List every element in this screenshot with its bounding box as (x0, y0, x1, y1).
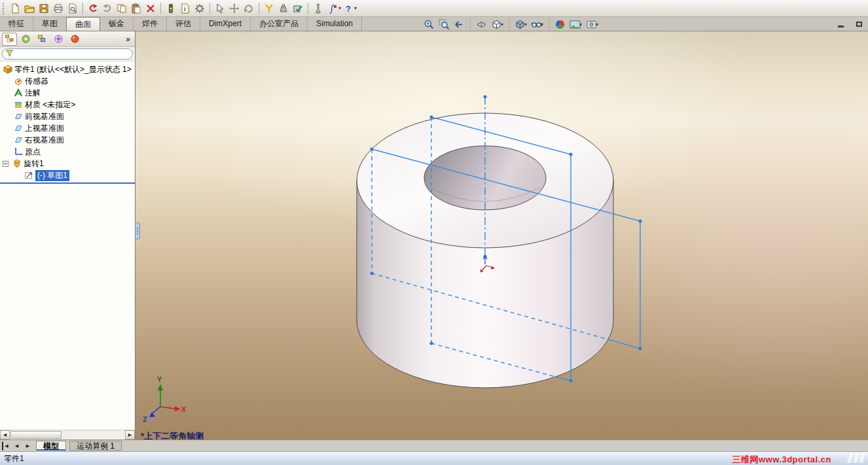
print-icon[interactable] (51, 1, 65, 16)
tree-item-front-plane[interactable]: 前视基准面 (0, 111, 135, 122)
toolbar-separator (308, 3, 308, 14)
standard-toolbar: i ∫ ▾ ? ▾ (0, 0, 868, 17)
graphics-area[interactable]: Y X Z *上下二等角轴测 (136, 31, 868, 439)
toolbar-separator (549, 18, 549, 30)
apply-scene-icon[interactable]: ▾ (568, 18, 583, 31)
minimize-button[interactable] (835, 20, 846, 29)
file-properties-icon[interactable]: i (178, 1, 192, 16)
tree-item-sketch1[interactable]: (-) 草图1 (0, 169, 135, 181)
tab-evaluate[interactable]: 评估 (167, 17, 200, 31)
propertymanager-tab[interactable] (18, 33, 33, 46)
delete-icon[interactable] (143, 1, 158, 16)
select-icon[interactable] (213, 1, 227, 16)
tree-horizontal-scrollbar[interactable]: ◀ ▶ (0, 430, 135, 439)
toolbar-separator (82, 3, 83, 14)
feature-manager-panel: » 零件1 (默认<<默认>_显示状态 1> 传感器 注解 (0, 31, 136, 439)
move-icon[interactable] (227, 1, 242, 16)
sketch-icon (24, 171, 33, 181)
tree-item-top-plane[interactable]: 上视基准面 (0, 122, 135, 134)
equations-icon[interactable]: ∫ (325, 1, 340, 16)
edit-appearance-icon[interactable] (553, 18, 567, 31)
mass-properties-icon[interactable] (276, 1, 291, 16)
material-icon (13, 100, 23, 110)
copy-icon[interactable] (115, 1, 129, 16)
tab-scroll-left-button[interactable]: ◀ (12, 441, 22, 451)
scroll-left-button[interactable]: ◀ (0, 430, 10, 439)
tree-filter-input[interactable] (16, 50, 130, 58)
featuremanager-tab[interactable] (2, 33, 17, 46)
annotations-icon (13, 88, 23, 98)
undo-icon[interactable] (86, 1, 100, 16)
tree-item-label: 材质 <未指定> (25, 99, 75, 111)
tab-office-products[interactable]: 办公室产品 (251, 17, 308, 31)
origin-icon (13, 147, 23, 157)
tree-item-revolve1[interactable]: 旋转1 (0, 158, 135, 169)
configurationmanager-tab[interactable] (35, 33, 50, 46)
measure-icon[interactable] (262, 1, 276, 16)
help-icon[interactable]: ? (341, 1, 355, 16)
zoom-fit-icon[interactable] (422, 18, 436, 31)
tree-item-origin[interactable]: 原点 (0, 146, 135, 158)
help-dropdown-arrow[interactable]: ▾ (354, 5, 357, 11)
tree-item-root[interactable]: 零件1 (默认<<默认>_显示状态 1> (0, 63, 135, 75)
new-icon[interactable] (8, 1, 22, 16)
redo-icon[interactable] (100, 1, 115, 16)
3d-viewport-canvas[interactable]: Y X Z (136, 31, 868, 439)
displaymanager-tab[interactable] (67, 33, 82, 46)
tab-features[interactable]: 特征 (0, 17, 33, 31)
plane-icon (13, 112, 23, 122)
zoom-area-icon[interactable] (437, 18, 451, 31)
watermark-text: 三维网www.3dportal.cn (732, 454, 831, 465)
dimxpertmanager-tab[interactable] (51, 33, 66, 46)
tree-item-sensors[interactable]: 传感器 (0, 75, 135, 87)
previous-view-icon[interactable] (452, 18, 466, 31)
expander-minus-icon[interactable] (3, 161, 9, 167)
svg-text:i: i (184, 6, 186, 12)
tree-item-material[interactable]: 材质 <未指定> (0, 99, 135, 111)
view-settings-icon[interactable]: ▾ (585, 18, 600, 31)
tab-sheet-metal[interactable]: 钣金 (100, 17, 134, 31)
tab-scroll-first-button[interactable]: ◀ (2, 441, 10, 451)
toolbar-grip[interactable] (3, 3, 5, 14)
toolbar-separator (209, 3, 210, 14)
simulation-icon[interactable] (311, 1, 325, 16)
tab-scroll-right-button[interactable]: ▶ (23, 441, 33, 451)
tree-item-annotations[interactable]: 注解 (0, 87, 135, 99)
feature-tree: 零件1 (默认<<默认>_显示状态 1> 传感器 注解 材质 <未指定> 前视基… (0, 61, 135, 430)
tab-sketch[interactable]: 草图 (33, 17, 67, 31)
scroll-thumb[interactable] (10, 431, 62, 439)
display-style-icon[interactable]: ▾ (513, 18, 528, 31)
section-view-icon[interactable] (475, 18, 488, 31)
save-icon[interactable] (37, 1, 51, 16)
panel-splitter[interactable] (136, 222, 140, 239)
orientation-triad: Y X Z (143, 375, 187, 423)
print-preview-icon[interactable] (65, 1, 80, 16)
solidworks-window: i ∫ ▾ ? ▾ 特征 草图 曲面 钣金 焊件 评估 DimXpert 办公室… (0, 0, 868, 465)
tree-item-label: 上视基准面 (25, 123, 64, 134)
open-icon[interactable] (22, 1, 37, 16)
panel-overflow-chevron[interactable]: » (123, 35, 133, 44)
plane-icon (13, 124, 23, 133)
view-orientation-icon[interactable]: ▾ (490, 18, 505, 31)
scroll-right-button[interactable]: ▶ (125, 430, 135, 439)
model-tab[interactable]: 模型 (36, 441, 66, 451)
tree-item-right-plane[interactable]: 右视基准面 (0, 134, 135, 146)
triad-y-label: Y (157, 375, 162, 383)
restore-button[interactable] (854, 20, 864, 29)
hide-show-items-icon[interactable]: ▾ (530, 18, 545, 31)
rollback-bar[interactable] (0, 182, 135, 184)
document-window-controls (835, 20, 864, 29)
tab-dimxpert[interactable]: DimXpert (200, 17, 251, 31)
check-icon[interactable] (291, 1, 305, 16)
options-icon[interactable] (192, 1, 207, 16)
paste-icon[interactable] (129, 1, 143, 16)
tab-simulation[interactable]: Simulation (308, 17, 362, 31)
svg-text:?: ? (346, 4, 351, 14)
tab-weldments[interactable]: 焊件 (134, 17, 167, 31)
tree-filter-box[interactable] (2, 48, 133, 60)
motion-study-tab[interactable]: 运动算例 1 (69, 441, 122, 451)
sensors-icon (13, 77, 23, 86)
tab-surfaces[interactable]: 曲面 (66, 17, 100, 31)
rotate-view-icon[interactable] (242, 1, 256, 16)
rebuild-icon[interactable] (164, 1, 178, 16)
